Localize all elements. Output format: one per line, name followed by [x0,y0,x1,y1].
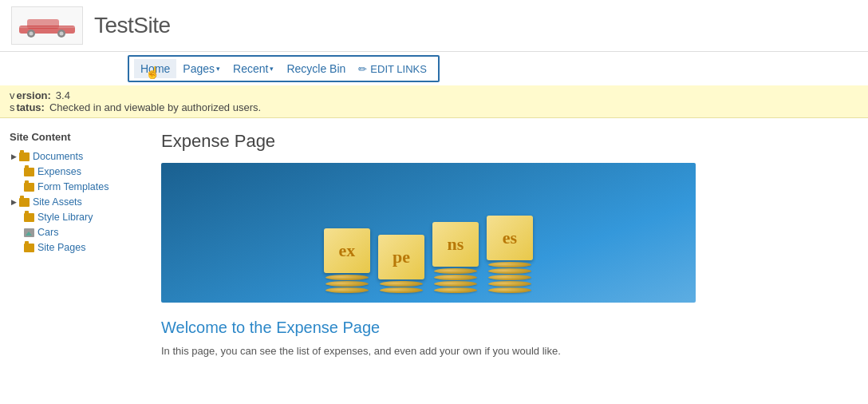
coin-disc [434,268,477,274]
coin-stack-ns: ns [432,222,479,293]
version-line: v ersion: 3.4 [10,89,858,101]
nav-recycle-label: Recycle Bin [286,62,345,75]
sidebar-item-label: Documents [33,151,83,162]
status-line: s tatus: Checked in and viewable by auth… [10,101,858,113]
version-value: 3.4 [56,89,70,101]
main-layout: Site Content ▶ Documents Expenses Form T… [0,118,868,359]
nav-item-recent[interactable]: Recent ▾ [227,59,280,78]
logo-area [11,6,83,45]
sidebar-item-style-library[interactable]: Style Library [10,210,145,224]
expand-arrow-icon: ▶ [11,198,17,206]
coin-disc [434,287,477,293]
list-icon-documents [19,152,30,161]
sidebar-item-documents[interactable]: ▶ Documents [10,149,145,164]
page-title: Expense Page [161,131,842,152]
svg-point-5 [60,32,64,36]
status-label: tatus: [17,101,45,113]
version-label: ersion: [17,89,51,101]
coin-disc [434,275,477,280]
nav-pages-label: Pages [183,62,215,75]
sidebar-item-site-pages[interactable]: Site Pages [10,240,145,255]
coin-disc [326,281,369,287]
header: TestSite [0,0,868,52]
status-bar: v ersion: 3.4 s tatus: Checked in and vi… [0,85,868,118]
coin-disc [488,262,531,267]
coin-disc [326,275,369,280]
edit-links-label: EDIT LINKS [370,63,427,75]
site-logo [11,6,83,45]
letter-block-ns: ns [432,222,479,267]
coin-stack-es: es [487,216,533,293]
nav-recent-label: Recent [233,62,268,75]
coin-disc [434,281,477,287]
coin-disc [488,268,531,274]
pencil-icon: ✏ [358,63,367,75]
picture-icon-cars [24,228,34,237]
sidebar: Site Content ▶ Documents Expenses Form T… [10,131,145,359]
cursor-hand: ☝ [145,65,160,80]
recent-chevron-icon: ▾ [270,65,274,73]
content-area: Expense Page ex pe [145,131,858,359]
status-value: Checked in and viewable by authorized us… [49,101,261,113]
coin-disc [326,287,369,293]
pages-chevron-icon: ▾ [216,65,220,73]
coin-stack-pe: pe [378,235,424,293]
nav-item-home[interactable]: Home ☝ [134,59,176,78]
letter-block-ex: ex [324,228,370,273]
sidebar-item-expenses[interactable]: Expenses [10,164,145,179]
sidebar-item-label: Form Templates [37,181,108,192]
coin-disc [488,287,531,293]
edit-links-button[interactable]: ✏ EDIT LINKS [352,60,433,78]
welcome-text: In this page, you can see the list of ex… [161,343,842,359]
list-icon-expenses [24,168,34,176]
list-icon-form-templates [24,183,34,192]
sidebar-item-form-templates[interactable]: Form Templates [10,180,145,194]
coin-disc [380,287,423,293]
letter-block-es: es [487,216,533,260]
expand-arrow-icon: ▶ [11,152,17,160]
list-icon-style-library [24,213,34,222]
site-title: TestSite [94,13,171,38]
coin-disc [380,281,423,287]
list-icon-site-pages [24,244,34,252]
sidebar-item-label: Expenses [37,166,81,177]
nav-item-pages[interactable]: Pages ▾ [176,59,227,78]
sidebar-item-cars[interactable]: Cars [10,225,145,240]
sidebar-item-site-assets[interactable]: ▶ Site Assets [10,195,145,209]
letter-block-pe: pe [378,235,424,279]
sidebar-item-label: Cars [37,227,58,238]
sidebar-item-label: Site Pages [37,242,85,253]
sidebar-item-label: Site Assets [33,196,82,208]
nav-bar: Home ☝ Pages ▾ Recent ▾ Recycle Bin ✏ ED… [0,52,868,85]
sidebar-title: Site Content [10,131,145,143]
svg-point-3 [30,32,34,36]
coin-disc [488,275,531,280]
coin-disc [488,281,531,287]
sidebar-item-label: Style Library [37,212,93,223]
version-v-label: v [10,89,15,101]
status-s-label: s [10,101,15,113]
logo-icon [15,11,79,40]
coins-display: ex pe ns [324,216,533,293]
hero-image: ex pe ns [161,163,696,303]
list-icon-site-assets [19,198,30,207]
coin-stack-ex: ex [324,228,370,293]
welcome-title: Welcome to the Expense Page [161,319,842,337]
nav-item-recycle-bin[interactable]: Recycle Bin [280,59,352,78]
